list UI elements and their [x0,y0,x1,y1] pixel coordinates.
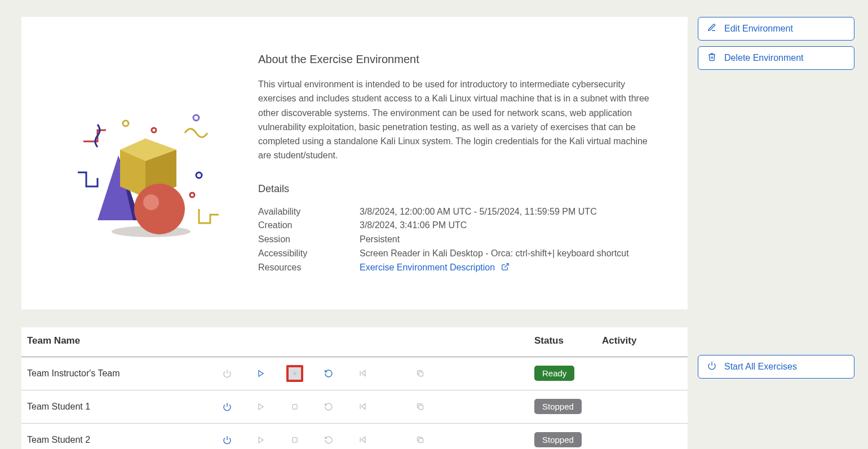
team-name-header: Team Name [27,335,219,346]
svg-point-2 [193,115,199,121]
power-icon[interactable] [219,398,236,415]
svg-point-1 [152,128,156,132]
svg-marker-23 [361,404,365,410]
table-row: Team Student 1Stopped [21,390,688,424]
copy-icon[interactable] [411,365,428,382]
svg-rect-22 [293,404,297,408]
resources-link[interactable]: Exercise Environment Description [360,263,510,272]
svg-marker-29 [361,437,365,443]
start-all-exercises-button[interactable]: Start All Exercises [698,355,854,379]
play-icon[interactable] [253,398,269,415]
status-badge: Stopped [534,399,582,414]
team-name: Team Student 1 [27,402,219,412]
pencil-icon [707,23,716,34]
copy-icon[interactable] [411,432,428,448]
about-heading: About the Exercise Environment [258,53,659,66]
status-badge: Ready [534,366,574,381]
stop-icon[interactable] [286,398,303,415]
about-description: This virtual environment is intended to … [258,77,659,163]
session-value: Persistent [360,233,659,247]
accessibility-value: Screen Reader in Kali Desktop - Orca: ct… [360,247,659,261]
svg-rect-31 [419,438,423,443]
table-row: Team Student 2Stopped [21,424,688,449]
play-icon[interactable] [253,365,269,382]
resources-link-text: Exercise Environment Description [360,263,495,272]
svg-marker-15 [259,370,263,376]
svg-point-11 [134,184,185,234]
teams-table: Team Name Status Activity Team Instructo… [21,327,688,449]
copy-icon[interactable] [411,398,428,415]
availability-value: 3/8/2024, 12:00:00 AM UTC - 5/15/2024, 1… [360,205,659,219]
trash-icon [707,52,716,64]
svg-rect-28 [293,437,297,442]
svg-rect-16 [294,372,296,375]
power-icon [707,361,716,372]
resources-label: Resources [258,261,360,275]
svg-point-4 [190,193,194,197]
start-all-label: Start All Exercises [724,362,797,372]
edit-environment-label: Edit Environment [724,24,793,34]
availability-label: Availability [258,205,360,219]
table-row: Team Instructor's TeamReady [21,357,688,390]
reset-icon[interactable] [354,365,371,382]
svg-point-3 [196,172,202,178]
svg-point-12 [143,194,159,210]
stop-icon[interactable] [286,432,303,448]
svg-marker-27 [259,437,263,443]
power-icon[interactable] [219,432,236,448]
details-heading: Details [258,183,659,195]
environment-illustration [50,53,241,275]
delete-environment-label: Delete Environment [724,53,804,63]
svg-line-13 [504,264,508,268]
edit-environment-button[interactable]: Edit Environment [698,17,854,41]
refresh-icon[interactable] [320,365,337,382]
team-name: Team Student 2 [27,435,219,445]
session-label: Session [258,233,360,247]
refresh-icon[interactable] [320,398,337,415]
svg-marker-21 [259,403,263,410]
reset-icon[interactable] [354,398,371,415]
activity-header: Activity [602,335,682,346]
creation-value: 3/8/2024, 3:41:06 PM UTC [360,219,659,233]
status-header: Status [534,335,602,346]
power-icon[interactable] [219,365,236,382]
delete-environment-button[interactable]: Delete Environment [698,46,854,70]
svg-marker-17 [361,371,365,376]
stop-icon[interactable] [286,365,303,382]
play-icon[interactable] [253,432,269,448]
svg-rect-25 [419,405,423,410]
refresh-icon[interactable] [320,432,337,448]
status-badge: Stopped [534,432,582,447]
accessibility-label: Accessibility [258,247,360,261]
team-name: Team Instructor's Team [27,368,219,379]
external-link-icon [501,261,510,275]
creation-label: Creation [258,219,360,233]
svg-point-0 [123,121,129,126]
environment-card: About the Exercise Environment This virt… [21,17,688,309]
reset-icon[interactable] [354,432,371,448]
svg-rect-19 [419,372,423,376]
